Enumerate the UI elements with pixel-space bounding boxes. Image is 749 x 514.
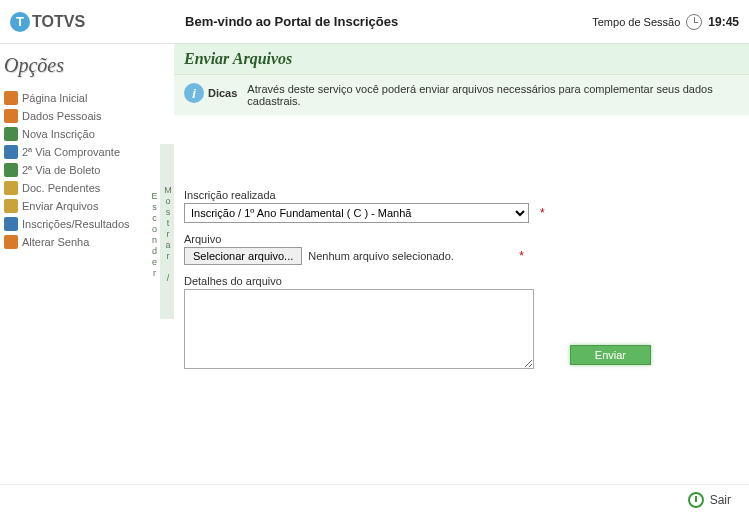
required-mark: *	[540, 206, 545, 220]
exit-link[interactable]: Sair	[710, 493, 731, 507]
sidebar-item-boleto-icon	[4, 163, 18, 177]
sidebar-item-personal[interactable]: Dados Pessoais	[2, 107, 158, 125]
session-label: Tempo de Sessão	[592, 16, 680, 28]
sidebar-item-label: Nova Inscrição	[22, 128, 95, 140]
session-info: Tempo de Sessão 19:45	[592, 14, 739, 30]
sidebar-item-upload[interactable]: Enviar Arquivos	[2, 197, 158, 215]
sidebar-item-new-icon	[4, 127, 18, 141]
sidebar-item-password-icon	[4, 235, 18, 249]
sidebar-item-label: Dados Pessoais	[22, 110, 102, 122]
required-mark: *	[519, 249, 729, 263]
page-welcome: Bem-vindo ao Portal de Inscrições	[85, 14, 592, 29]
sidebar-title: Opções	[2, 54, 158, 77]
logo: T TOTVS	[10, 12, 85, 32]
detalhes-label: Detalhes do arquivo	[184, 275, 739, 287]
file-select-button[interactable]: Selecionar arquivo...	[184, 247, 302, 265]
sidebar-item-receipt-icon	[4, 145, 18, 159]
power-icon	[688, 492, 704, 508]
clock-icon	[686, 14, 702, 30]
sidebar-item-results[interactable]: Inscrições/Resultados	[2, 215, 158, 233]
arquivo-label: Arquivo	[184, 233, 739, 245]
info-icon: i	[184, 83, 204, 103]
info-box: i Dicas Através deste serviço você poder…	[174, 74, 749, 115]
toggle-sidebar[interactable]: Mostrar / Esconder	[160, 144, 174, 319]
sidebar-item-pending[interactable]: Doc. Pendentes	[2, 179, 158, 197]
sidebar-item-boleto[interactable]: 2ª Via de Boleto	[2, 161, 158, 179]
sidebar-item-password[interactable]: Alterar Senha	[2, 233, 158, 251]
sidebar-item-personal-icon	[4, 109, 18, 123]
sidebar-item-pending-icon	[4, 181, 18, 195]
sidebar-item-results-icon	[4, 217, 18, 231]
inscricao-select[interactable]: Inscrição / 1º Ano Fundamental ( C ) - M…	[184, 203, 529, 223]
sidebar-item-label: Inscrições/Resultados	[22, 218, 130, 230]
main-content: Enviar Arquivos i Dicas Através deste se…	[174, 44, 749, 484]
info-text: Através deste serviço você poderá enviar…	[247, 83, 739, 107]
sidebar-item-label: Alterar Senha	[22, 236, 89, 248]
session-time: 19:45	[708, 15, 739, 29]
sidebar-item-label: 2ª Via Comprovante	[22, 146, 120, 158]
sidebar-item-home[interactable]: Página Inicial	[2, 89, 158, 107]
page-title-bar: Enviar Arquivos	[174, 44, 749, 74]
sidebar-item-upload-icon	[4, 199, 18, 213]
sidebar: Opções Página InicialDados PessoaisNova …	[0, 44, 160, 484]
sidebar-item-label: Enviar Arquivos	[22, 200, 98, 212]
header: T TOTVS Bem-vindo ao Portal de Inscriçõe…	[0, 0, 749, 44]
sidebar-item-new[interactable]: Nova Inscrição	[2, 125, 158, 143]
page-title: Enviar Arquivos	[184, 50, 739, 68]
detalhes-textarea[interactable]	[184, 289, 534, 369]
upload-form: Inscrição realizada Inscrição / 1º Ano F…	[174, 129, 749, 391]
sidebar-item-label: Doc. Pendentes	[22, 182, 100, 194]
sidebar-item-label: 2ª Via de Boleto	[22, 164, 100, 176]
sidebar-item-receipt[interactable]: 2ª Via Comprovante	[2, 143, 158, 161]
logo-icon: T	[10, 12, 30, 32]
sidebar-item-home-icon	[4, 91, 18, 105]
inscricao-label: Inscrição realizada	[184, 189, 739, 201]
info-label: Dicas	[208, 87, 237, 99]
logo-text: TOTVS	[32, 13, 85, 31]
file-status: Nenhum arquivo selecionado.	[308, 250, 454, 262]
footer: Sair	[0, 484, 749, 514]
sidebar-item-label: Página Inicial	[22, 92, 87, 104]
submit-button[interactable]: Enviar	[570, 345, 651, 365]
